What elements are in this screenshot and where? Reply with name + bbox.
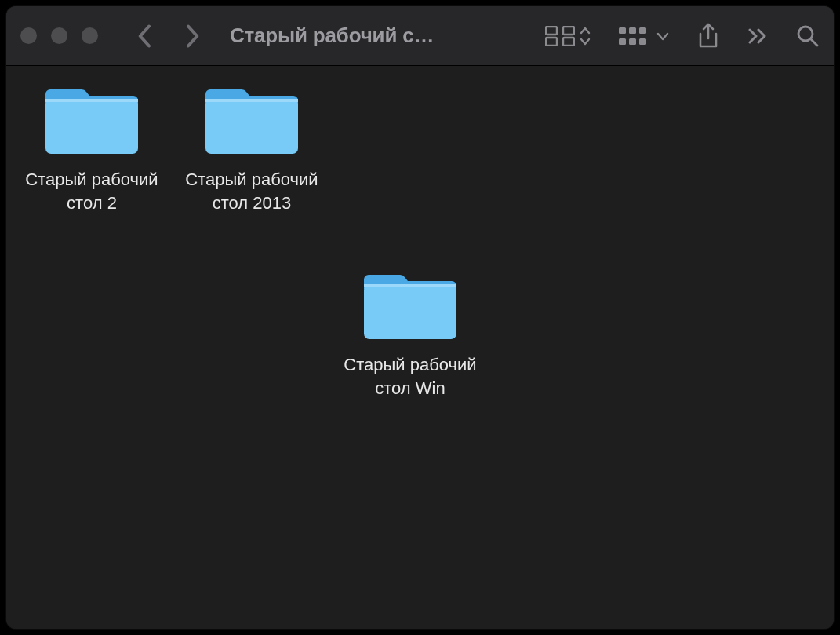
folder-item[interactable]: Старый рабочий стол 2 xyxy=(17,83,166,215)
grid-icon xyxy=(545,26,575,46)
svg-line-11 xyxy=(811,39,817,46)
folder-label: Старый рабочий стол Win xyxy=(336,353,485,400)
svg-rect-2 xyxy=(546,38,557,46)
search-button[interactable] xyxy=(796,24,820,48)
svg-rect-13 xyxy=(45,99,138,102)
window-title: Старый рабочий с… xyxy=(230,24,434,48)
share-icon xyxy=(697,23,719,49)
chevron-down-icon xyxy=(656,31,669,42)
folder-item[interactable]: Старый рабочий стол 2013 xyxy=(177,83,326,215)
svg-rect-1 xyxy=(563,27,574,35)
svg-rect-3 xyxy=(563,38,574,46)
toolbar: Старый рабочий с… xyxy=(6,6,834,66)
forward-button[interactable] xyxy=(180,24,205,49)
nav-arrows xyxy=(133,24,205,49)
toolbar-tools xyxy=(545,23,820,49)
back-button[interactable] xyxy=(133,24,158,49)
svg-rect-16 xyxy=(364,284,456,339)
folder-item[interactable]: Старый рабочий стол Win xyxy=(336,268,485,400)
svg-rect-15 xyxy=(205,99,298,102)
chevron-right-icon xyxy=(184,24,200,48)
group-button[interactable] xyxy=(619,26,669,46)
chevron-left-icon xyxy=(137,24,153,48)
view-mode-button[interactable] xyxy=(545,26,591,46)
svg-rect-8 xyxy=(629,38,636,45)
svg-rect-14 xyxy=(205,99,298,154)
svg-rect-17 xyxy=(364,284,456,287)
more-button[interactable] xyxy=(747,28,768,44)
icon-view[interactable]: Старый рабочий стол 2 Старый рабочий сто… xyxy=(6,66,834,629)
search-icon xyxy=(796,24,820,48)
svg-rect-7 xyxy=(619,38,626,45)
traffic-light-close[interactable] xyxy=(20,27,37,44)
svg-rect-5 xyxy=(629,27,636,34)
svg-rect-4 xyxy=(619,27,626,34)
chevron-updown-icon xyxy=(580,26,591,46)
share-button[interactable] xyxy=(697,23,719,49)
folder-label: Старый рабочий стол 2013 xyxy=(177,168,326,215)
svg-rect-0 xyxy=(546,27,557,35)
svg-rect-9 xyxy=(639,38,646,45)
svg-rect-6 xyxy=(639,27,646,34)
traffic-light-minimize[interactable] xyxy=(51,27,67,44)
traffic-light-zoom[interactable] xyxy=(82,27,98,44)
folder-label: Старый рабочий стол 2 xyxy=(17,168,166,215)
folder-icon xyxy=(364,268,456,342)
svg-rect-12 xyxy=(45,99,138,154)
finder-window: Старый рабочий с… xyxy=(6,6,834,629)
folder-icon xyxy=(45,83,138,157)
group-icon xyxy=(619,26,652,46)
folder-icon xyxy=(205,83,298,157)
chevrons-right-icon xyxy=(747,28,768,44)
traffic-lights xyxy=(20,27,98,44)
